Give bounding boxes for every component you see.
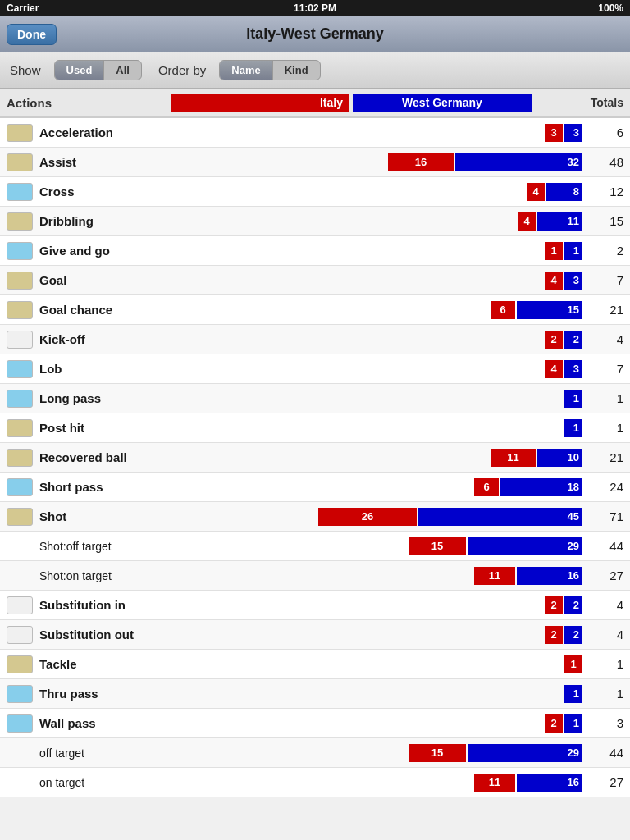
nav-title: Italy-West Germany <box>246 25 384 43</box>
bar-container: 6 15 <box>171 301 582 319</box>
row-total: 12 <box>582 185 623 199</box>
done-button[interactable]: Done <box>7 24 57 45</box>
italy-bar: 16 <box>388 153 454 171</box>
table-row: Cross 4 8 12 <box>0 177 630 207</box>
row-total: 24 <box>582 480 623 494</box>
germany-bar: 2 <box>564 331 582 349</box>
germany-bar: 11 <box>537 212 582 231</box>
germany-bar: 1 <box>564 419 582 437</box>
italy-bar: 4 <box>518 212 536 231</box>
germany-bar: 15 <box>517 301 582 319</box>
row-action-name: Lob <box>39 362 171 376</box>
italy-bar: 26 <box>318 508 417 526</box>
italy-bar: 11 <box>474 567 515 585</box>
row-action-name: Shot <box>39 509 171 523</box>
row-total: 4 <box>582 332 623 346</box>
table-row: Short pass 6 18 24 <box>0 472 630 502</box>
table-row: Give and go 1 1 2 <box>0 236 630 266</box>
germany-bar: 8 <box>546 183 582 201</box>
row-action-name: Shot:off target <box>39 540 179 553</box>
order-label: Order by <box>158 63 206 77</box>
bar-container: 6 18 <box>171 478 582 496</box>
italy-bar: 3 <box>545 124 563 142</box>
italy-bar: 15 <box>409 537 466 555</box>
row-total: 27 <box>582 568 623 582</box>
row-total: 1 <box>582 657 623 671</box>
bar-container: 4 3 <box>171 272 582 290</box>
italy-bar: 2 <box>545 331 563 349</box>
actions-table: Acceleration 3 3 6 Assist 16 32 48 Cross… <box>0 118 630 797</box>
bar-container: 2 2 <box>171 596 582 614</box>
status-bar: Carrier 11:02 PM 100% <box>0 0 630 16</box>
germany-bar: 16 <box>517 567 582 585</box>
row-icon <box>7 212 33 231</box>
bar-container: 11 16 <box>179 567 582 585</box>
header-west-germany: West Germany <box>353 94 532 112</box>
germany-bar: 18 <box>500 478 582 496</box>
bar-container: 3 3 <box>171 124 582 142</box>
show-segmented-control: Used All <box>54 60 142 80</box>
table-row: Shot:off target 15 29 44 <box>0 532 630 561</box>
header-italy: Italy <box>171 94 349 112</box>
status-right: 100% <box>598 2 623 14</box>
bar-container: 2 2 <box>171 626 582 644</box>
row-total: 48 <box>582 155 623 169</box>
table-row: Goal chance 6 15 21 <box>0 295 630 325</box>
row-icon <box>7 419 33 437</box>
row-icon <box>7 714 33 733</box>
row-total: 1 <box>582 391 623 405</box>
germany-bar: 10 <box>537 449 582 467</box>
bar-container: 1 <box>171 390 582 408</box>
row-icon <box>7 124 33 142</box>
table-row: Wall pass 2 1 3 <box>0 709 630 738</box>
show-used-button[interactable]: Used <box>55 61 104 80</box>
show-all-button[interactable]: All <box>104 61 141 80</box>
germany-bar: 29 <box>468 537 582 555</box>
row-total: 15 <box>582 214 623 228</box>
bar-container: 11 16 <box>179 774 582 792</box>
bar-container: 15 29 <box>179 744 582 762</box>
row-action-name: Substitution in <box>39 598 171 612</box>
row-total: 7 <box>582 362 623 376</box>
table-row: Lob 4 3 7 <box>0 354 630 384</box>
germany-bar: 1 <box>564 390 582 408</box>
bar-container: 4 11 <box>171 212 582 231</box>
order-kind-button[interactable]: Kind <box>273 61 320 80</box>
row-action-name: Shot:on target <box>39 569 179 582</box>
row-action-name: Kick-off <box>39 332 171 346</box>
row-icon <box>7 153 33 171</box>
row-icon <box>7 242 33 260</box>
row-icon <box>7 508 33 526</box>
bar-container: 1 1 <box>171 242 582 260</box>
italy-bar: 1 <box>564 655 582 673</box>
row-total: 2 <box>582 244 623 258</box>
row-icon <box>7 331 33 349</box>
italy-bar: 4 <box>527 183 545 201</box>
show-label: Show <box>10 63 41 77</box>
nav-bar: Done Italy-West Germany <box>0 16 630 52</box>
row-action-name: Goal chance <box>39 303 171 317</box>
row-icon <box>7 301 33 319</box>
row-icon <box>7 626 33 644</box>
bar-container: 16 32 <box>171 153 582 171</box>
row-total: 44 <box>582 746 623 760</box>
table-row: Dribbling 4 11 15 <box>0 207 630 236</box>
germany-bar: 2 <box>564 626 582 644</box>
row-action-name: Short pass <box>39 480 171 494</box>
italy-bar: 11 <box>474 774 515 792</box>
row-total: 44 <box>582 539 623 553</box>
row-icon <box>7 655 33 673</box>
table-row: Kick-off 2 2 4 <box>0 325 630 354</box>
row-action-name: Goal <box>39 273 171 287</box>
row-action-name: Post hit <box>39 421 171 435</box>
italy-bar: 2 <box>545 596 563 614</box>
bar-container: 1 <box>171 419 582 437</box>
row-action-name: Give and go <box>39 244 171 258</box>
order-name-button[interactable]: Name <box>220 61 272 80</box>
table-row: Recovered ball 11 10 21 <box>0 443 630 472</box>
table-row: Substitution out 2 2 4 <box>0 620 630 650</box>
germany-bar: 2 <box>564 596 582 614</box>
row-total: 21 <box>582 450 623 464</box>
row-icon <box>7 183 33 201</box>
order-segmented-control: Name Kind <box>219 60 320 80</box>
